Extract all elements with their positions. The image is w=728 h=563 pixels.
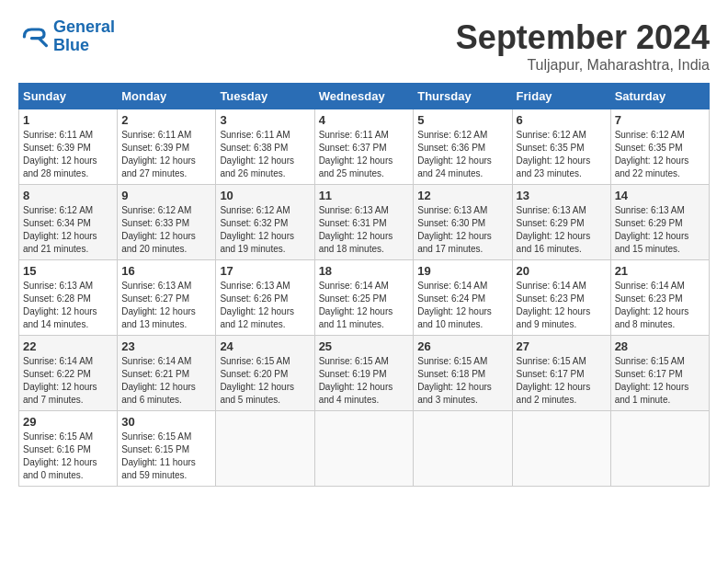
page-header: General Blue September 2024 Tuljapur, Ma…: [18, 18, 710, 74]
calendar-week-row: 22Sunrise: 6:14 AMSunset: 6:22 PMDayligh…: [19, 336, 710, 411]
calendar-week-row: 15Sunrise: 6:13 AMSunset: 6:28 PMDayligh…: [19, 260, 710, 336]
calendar-day-cell: 22Sunrise: 6:14 AMSunset: 6:22 PMDayligh…: [19, 336, 118, 411]
calendar-day-cell: 11Sunrise: 6:13 AMSunset: 6:31 PMDayligh…: [314, 185, 414, 260]
day-info: Sunrise: 6:15 AMSunset: 6:20 PMDaylight:…: [220, 355, 310, 407]
calendar-day-cell: 17Sunrise: 6:13 AMSunset: 6:26 PMDayligh…: [216, 260, 314, 336]
calendar-day-cell: 26Sunrise: 6:15 AMSunset: 6:18 PMDayligh…: [414, 336, 512, 411]
calendar-day-cell: 18Sunrise: 6:14 AMSunset: 6:25 PMDayligh…: [314, 260, 414, 336]
day-info: Sunrise: 6:15 AMSunset: 6:19 PMDaylight:…: [319, 355, 410, 407]
day-header-tuesday: Tuesday: [216, 84, 314, 109]
calendar-day-cell: 19Sunrise: 6:14 AMSunset: 6:24 PMDayligh…: [414, 260, 512, 336]
calendar-day-cell: [216, 411, 314, 487]
calendar-day-cell: 28Sunrise: 6:15 AMSunset: 6:17 PMDayligh…: [610, 336, 709, 411]
day-number: 5: [417, 113, 507, 127]
calendar-day-cell: 27Sunrise: 6:15 AMSunset: 6:17 PMDayligh…: [512, 336, 610, 411]
calendar-day-cell: 6Sunrise: 6:12 AMSunset: 6:35 PMDaylight…: [512, 109, 610, 185]
day-info: Sunrise: 6:12 AMSunset: 6:35 PMDaylight:…: [615, 129, 705, 180]
day-number: 21: [615, 264, 705, 278]
day-info: Sunrise: 6:13 AMSunset: 6:30 PMDaylight:…: [417, 204, 507, 256]
day-number: 10: [220, 189, 310, 202]
day-info: Sunrise: 6:13 AMSunset: 6:29 PMDaylight:…: [517, 204, 607, 256]
day-info: Sunrise: 6:13 AMSunset: 6:28 PMDaylight:…: [23, 280, 113, 331]
calendar-day-cell: 3Sunrise: 6:11 AMSunset: 6:38 PMDaylight…: [216, 109, 314, 185]
day-number: 14: [615, 189, 705, 202]
day-number: 11: [319, 189, 410, 202]
calendar-day-cell: 9Sunrise: 6:12 AMSunset: 6:33 PMDaylight…: [118, 185, 216, 260]
day-header-saturday: Saturday: [610, 84, 709, 109]
calendar-day-cell: 7Sunrise: 6:12 AMSunset: 6:35 PMDaylight…: [610, 109, 709, 185]
calendar-day-cell: 4Sunrise: 6:11 AMSunset: 6:37 PMDaylight…: [314, 109, 414, 185]
calendar-header-row: SundayMondayTuesdayWednesdayThursdayFrid…: [19, 84, 710, 109]
logo-line2: Blue: [53, 36, 89, 54]
day-info: Sunrise: 6:15 AMSunset: 6:17 PMDaylight:…: [517, 355, 607, 407]
calendar-day-cell: 12Sunrise: 6:13 AMSunset: 6:30 PMDayligh…: [414, 185, 512, 260]
day-number: 22: [23, 339, 113, 353]
day-header-wednesday: Wednesday: [314, 84, 414, 109]
day-number: 18: [319, 264, 410, 278]
day-info: Sunrise: 6:14 AMSunset: 6:23 PMDaylight:…: [517, 280, 607, 331]
logo-line1: General: [53, 17, 115, 36]
day-number: 19: [417, 264, 507, 278]
calendar-day-cell: 2Sunrise: 6:11 AMSunset: 6:39 PMDaylight…: [118, 109, 216, 185]
day-number: 20: [517, 264, 607, 278]
day-info: Sunrise: 6:12 AMSunset: 6:32 PMDaylight:…: [220, 204, 310, 256]
day-number: 29: [23, 415, 113, 429]
day-header-friday: Friday: [512, 84, 610, 109]
month-title: September 2024: [456, 18, 710, 57]
day-info: Sunrise: 6:15 AMSunset: 6:16 PMDaylight:…: [23, 431, 113, 482]
day-info: Sunrise: 6:11 AMSunset: 6:37 PMDaylight:…: [319, 129, 410, 180]
day-number: 25: [319, 339, 410, 353]
day-number: 4: [319, 113, 410, 127]
day-info: Sunrise: 6:15 AMSunset: 6:15 PMDaylight:…: [121, 431, 211, 482]
calendar-day-cell: 16Sunrise: 6:13 AMSunset: 6:27 PMDayligh…: [118, 260, 216, 336]
calendar-day-cell: 30Sunrise: 6:15 AMSunset: 6:15 PMDayligh…: [118, 411, 216, 487]
day-info: Sunrise: 6:12 AMSunset: 6:36 PMDaylight:…: [417, 129, 507, 180]
day-info: Sunrise: 6:12 AMSunset: 6:35 PMDaylight:…: [517, 129, 607, 180]
day-number: 9: [121, 189, 211, 202]
day-header-monday: Monday: [118, 84, 216, 109]
day-info: Sunrise: 6:14 AMSunset: 6:24 PMDaylight:…: [417, 280, 507, 331]
calendar-day-cell: 5Sunrise: 6:12 AMSunset: 6:36 PMDaylight…: [414, 109, 512, 185]
calendar-day-cell: 1Sunrise: 6:11 AMSunset: 6:39 PMDaylight…: [19, 109, 118, 185]
day-number: 8: [23, 189, 113, 202]
calendar-day-cell: [512, 411, 610, 487]
day-info: Sunrise: 6:12 AMSunset: 6:33 PMDaylight:…: [121, 204, 211, 256]
day-number: 26: [417, 339, 507, 353]
calendar-week-row: 8Sunrise: 6:12 AMSunset: 6:34 PMDaylight…: [19, 185, 710, 260]
calendar-day-cell: 8Sunrise: 6:12 AMSunset: 6:34 PMDaylight…: [19, 185, 118, 260]
calendar-day-cell: 15Sunrise: 6:13 AMSunset: 6:28 PMDayligh…: [19, 260, 118, 336]
day-number: 1: [23, 113, 113, 127]
day-number: 28: [615, 339, 705, 353]
day-info: Sunrise: 6:11 AMSunset: 6:39 PMDaylight:…: [23, 129, 113, 180]
day-info: Sunrise: 6:15 AMSunset: 6:17 PMDaylight:…: [615, 355, 705, 407]
day-info: Sunrise: 6:14 AMSunset: 6:23 PMDaylight:…: [615, 280, 705, 331]
calendar-day-cell: [314, 411, 414, 487]
day-info: Sunrise: 6:15 AMSunset: 6:18 PMDaylight:…: [417, 355, 507, 407]
calendar-day-cell: 10Sunrise: 6:12 AMSunset: 6:32 PMDayligh…: [216, 185, 314, 260]
calendar-table: SundayMondayTuesdayWednesdayThursdayFrid…: [18, 83, 710, 487]
day-info: Sunrise: 6:14 AMSunset: 6:21 PMDaylight:…: [121, 355, 211, 407]
calendar-day-cell: 29Sunrise: 6:15 AMSunset: 6:16 PMDayligh…: [19, 411, 118, 487]
day-info: Sunrise: 6:14 AMSunset: 6:22 PMDaylight:…: [23, 355, 113, 407]
calendar-day-cell: 23Sunrise: 6:14 AMSunset: 6:21 PMDayligh…: [118, 336, 216, 411]
location-subtitle: Tuljapur, Maharashtra, India: [456, 57, 710, 74]
calendar-day-cell: 20Sunrise: 6:14 AMSunset: 6:23 PMDayligh…: [512, 260, 610, 336]
calendar-day-cell: 14Sunrise: 6:13 AMSunset: 6:29 PMDayligh…: [610, 185, 709, 260]
day-number: 17: [220, 264, 310, 278]
day-number: 23: [121, 339, 211, 353]
day-info: Sunrise: 6:13 AMSunset: 6:31 PMDaylight:…: [319, 204, 410, 256]
day-number: 2: [121, 113, 211, 127]
day-info: Sunrise: 6:11 AMSunset: 6:38 PMDaylight:…: [220, 129, 310, 180]
day-number: 16: [121, 264, 211, 278]
day-number: 27: [517, 339, 607, 353]
day-info: Sunrise: 6:11 AMSunset: 6:39 PMDaylight:…: [121, 129, 211, 180]
calendar-day-cell: 21Sunrise: 6:14 AMSunset: 6:23 PMDayligh…: [610, 260, 709, 336]
calendar-day-cell: 24Sunrise: 6:15 AMSunset: 6:20 PMDayligh…: [216, 336, 314, 411]
day-info: Sunrise: 6:14 AMSunset: 6:25 PMDaylight:…: [319, 280, 410, 331]
logo: General Blue: [18, 18, 115, 55]
calendar-week-row: 1Sunrise: 6:11 AMSunset: 6:39 PMDaylight…: [19, 109, 710, 185]
day-info: Sunrise: 6:13 AMSunset: 6:27 PMDaylight:…: [121, 280, 211, 331]
calendar-day-cell: [610, 411, 709, 487]
calendar-day-cell: [414, 411, 512, 487]
day-number: 15: [23, 264, 113, 278]
